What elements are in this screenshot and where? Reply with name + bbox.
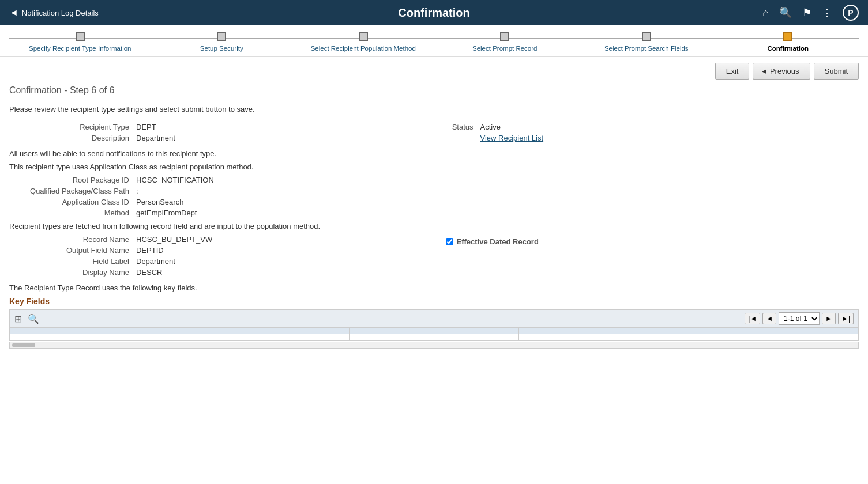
- qualified-package-row: Qualified Package/Class Path :: [9, 187, 859, 195]
- wizard-label-2: Setup Security: [200, 45, 243, 52]
- wizard-step-4[interactable]: Select Prompt Record: [434, 32, 576, 52]
- table-cell-3: [349, 334, 518, 341]
- exit-button[interactable]: Exit: [715, 63, 750, 80]
- wizard-step-2[interactable]: Setup Security: [151, 32, 293, 52]
- display-name-label: Display Name: [9, 268, 136, 277]
- recipient-status-section: Recipient Type DEPT Description Departme…: [9, 123, 859, 145]
- description-value: Department: [136, 134, 175, 142]
- table-row: [10, 334, 859, 341]
- wizard-dot-1: [76, 32, 85, 41]
- table-cell-4: [519, 334, 689, 341]
- horizontal-scrollbar[interactable]: [9, 342, 859, 349]
- wizard-steps: Specify Recipient Type Information Setup…: [9, 32, 859, 56]
- effective-dated-checkbox[interactable]: [446, 238, 453, 245]
- last-page-button[interactable]: ►|: [838, 313, 854, 324]
- wizard-dot-2: [217, 32, 226, 41]
- description-label: Description: [9, 134, 136, 142]
- table-cell-2: [179, 334, 349, 341]
- key-fields-text: The Recipient Type Record uses the follo…: [9, 283, 859, 292]
- wizard-label-4: Select Prompt Record: [472, 45, 538, 52]
- output-field-label: Output Field Name: [9, 246, 136, 255]
- field-label-row: Field Label Department: [9, 257, 423, 266]
- description-row: Description Department: [9, 134, 423, 142]
- table-grid-icon[interactable]: ⊞: [14, 313, 22, 324]
- more-icon[interactable]: ⋮: [822, 6, 832, 19]
- col-header-4: [519, 328, 689, 334]
- intro-text: Please review the recipient type setting…: [9, 105, 859, 114]
- submit-button[interactable]: Submit: [814, 63, 859, 80]
- root-package-value: HCSC_NOTIFICATION: [136, 176, 214, 184]
- previous-button[interactable]: ◄ Previous: [753, 63, 810, 80]
- wizard-label-5: Select Prompt Search Fields: [604, 45, 689, 52]
- table-cell-5: [689, 334, 858, 341]
- back-nav[interactable]: ◄ Notification Log Details: [9, 7, 99, 18]
- app-class-id-label: Application Class ID: [9, 198, 136, 206]
- view-recipient-link[interactable]: View Recipient List: [480, 134, 544, 142]
- wizard-dot-3: [359, 32, 368, 41]
- app-header: ◄ Notification Log Details Confirmation …: [0, 0, 868, 25]
- record-left: Record Name HCSC_BU_DEPT_VW Output Field…: [9, 235, 423, 279]
- table-search-icon[interactable]: 🔍: [28, 313, 39, 324]
- page-title: Confirmation - Step 6 of 6: [9, 85, 859, 96]
- key-fields-table: [9, 327, 859, 341]
- action-toolbar: Exit ◄ Previous Submit: [0, 57, 868, 85]
- wizard-label-6: Confirmation: [767, 45, 809, 52]
- next-page-button[interactable]: ►: [822, 313, 836, 324]
- col-header-3: [349, 328, 518, 334]
- app-class-id-value: PersonSearch: [136, 198, 183, 206]
- recipient-type-value: DEPT: [136, 123, 156, 131]
- wizard-dot-6: [783, 32, 792, 41]
- effective-dated-row: Effective Dated Record: [446, 237, 859, 246]
- record-name-row: Record Name HCSC_BU_DEPT_VW: [9, 235, 423, 244]
- home-icon[interactable]: ⌂: [762, 7, 769, 19]
- wizard-dot-5: [642, 32, 651, 41]
- qualified-package-label: Qualified Package/Class Path: [9, 187, 136, 195]
- wizard-label-1: Specify Recipient Type Information: [29, 45, 131, 52]
- header-title: Confirmation: [398, 6, 469, 20]
- back-arrow-icon: ◄: [9, 7, 18, 18]
- record-right: Effective Dated Record: [423, 235, 859, 246]
- col-header-2: [179, 328, 349, 334]
- left-details: Recipient Type DEPT Description Departme…: [9, 123, 423, 145]
- right-details: Status Active View Recipient List: [423, 123, 859, 145]
- wizard-step-5[interactable]: Select Prompt Search Fields: [576, 32, 717, 52]
- key-fields-title: Key Fields: [9, 297, 859, 306]
- recipient-type-label: Recipient Type: [9, 123, 136, 131]
- app-class-text: This recipient type uses Application Cla…: [9, 162, 859, 171]
- table-pagination: |◄ ◄ 1-1 of 1 ► ►|: [745, 312, 854, 325]
- method-value: getEmplFromDept: [136, 209, 197, 217]
- col-header-1: [10, 328, 179, 334]
- wizard-bar: Specify Recipient Type Information Setup…: [0, 25, 868, 57]
- display-name-row: Display Name DESCR: [9, 268, 423, 277]
- table-cell-1: [10, 334, 179, 341]
- root-package-label: Root Package ID: [9, 176, 136, 184]
- method-row: Method getEmplFromDept: [9, 209, 859, 217]
- wizard-step-3[interactable]: Select Recipient Population Method: [292, 32, 434, 52]
- qualified-package-value: :: [136, 187, 138, 195]
- view-recipient-row: View Recipient List: [446, 134, 859, 142]
- first-page-button[interactable]: |◄: [745, 313, 760, 324]
- flag-icon[interactable]: ⚑: [802, 6, 811, 19]
- recipient-type-row: Recipient Type DEPT: [9, 123, 423, 131]
- wizard-label-3: Select Recipient Population Method: [311, 45, 416, 52]
- wizard-step-6[interactable]: Confirmation: [717, 32, 859, 52]
- output-field-value: DEPTID: [136, 246, 164, 255]
- status-value: Active: [480, 123, 501, 131]
- page-step-info: - Step 6 of 6: [64, 85, 114, 95]
- table-toolbar: ⊞ 🔍 |◄ ◄ 1-1 of 1 ► ►|: [9, 309, 859, 327]
- fetch-text: Recipient types are fetched from followi…: [9, 222, 859, 230]
- user-icon[interactable]: P: [843, 5, 859, 21]
- method-label: Method: [9, 209, 136, 217]
- back-label: Notification Log Details: [22, 9, 99, 17]
- record-name-label: Record Name: [9, 235, 136, 244]
- record-name-value: HCSC_BU_DEPT_VW: [136, 235, 212, 244]
- scrollbar-thumb: [12, 343, 35, 347]
- search-icon[interactable]: 🔍: [779, 6, 792, 19]
- field-label-label: Field Label: [9, 257, 136, 266]
- prev-page-button[interactable]: ◄: [762, 313, 776, 324]
- effective-dated-label: Effective Dated Record: [457, 237, 539, 246]
- output-field-row: Output Field Name DEPTID: [9, 246, 423, 255]
- wizard-step-1[interactable]: Specify Recipient Type Information: [9, 32, 151, 52]
- page-select[interactable]: 1-1 of 1: [779, 312, 820, 325]
- wizard-dot-4: [500, 32, 509, 41]
